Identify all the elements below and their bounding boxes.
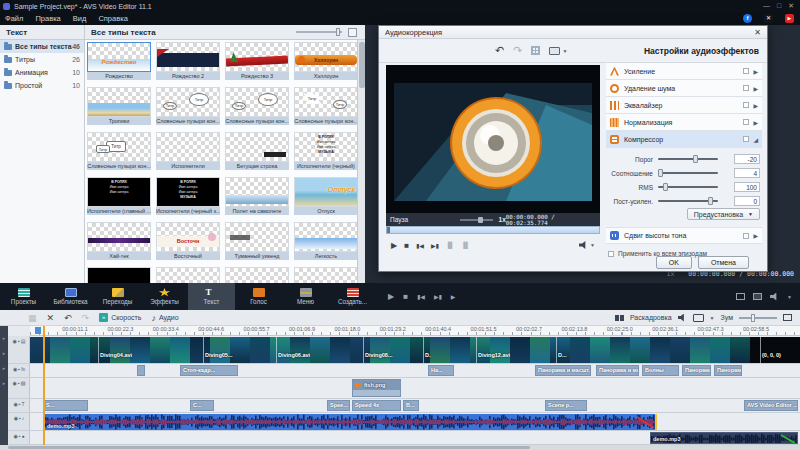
next-frame-button[interactable]: ▶▮ (431, 242, 439, 249)
template-cell[interactable]: Рождество 3 (225, 42, 289, 80)
tab-voice[interactable]: Голос (235, 283, 282, 310)
effect-clip[interactable]: Панорама ... (714, 365, 742, 376)
effects-track[interactable]: Стоп-кадр...На...Панорама и масшт...Пано… (30, 364, 800, 378)
playhead-marker[interactable] (35, 327, 41, 334)
template-cell[interactable]: ОтпускОтпуск (294, 177, 357, 215)
stop-button[interactable]: ■ (404, 241, 409, 250)
menu-item-Файл[interactable]: Файл (5, 14, 23, 23)
play-button[interactable]: ▶ (391, 241, 397, 250)
effect-checkbox[interactable] (743, 136, 749, 142)
thumbnail-size-slider[interactable] (296, 31, 342, 33)
text-clip[interactable]: S... (43, 400, 88, 411)
tab-projects[interactable]: Проекты (0, 283, 47, 310)
playhead-line[interactable] (43, 326, 45, 445)
effect-clip[interactable] (137, 365, 145, 376)
param-slider[interactable] (658, 200, 718, 202)
video-clip-label[interactable]: D... (558, 352, 567, 358)
sidebar-item[interactable]: Анимация10 (0, 66, 84, 79)
cancel-button[interactable]: Отмена (698, 256, 749, 269)
lock-icon[interactable]: ▪ (18, 338, 20, 344)
split-left-button[interactable]: ▐▌ (446, 242, 455, 248)
video-track[interactable]: Diving04.aviDiving05...Diving06.aviDivin… (30, 336, 800, 364)
video-clip-label[interactable]: (0, 0, 0) (762, 352, 781, 358)
tab-effects[interactable]: Эффекты (141, 283, 188, 310)
redo-icon[interactable]: ↷ (513, 44, 522, 57)
template-cell[interactable] (156, 267, 220, 283)
effect-expand-icon[interactable]: ◢ (753, 136, 758, 143)
template-cell[interactable]: В РОЛЯХИмя актераИмя актераМУЗЫКАИсполни… (294, 132, 357, 170)
grid-view-icon[interactable] (531, 46, 540, 55)
voice-clip-demo[interactable]: demo.mp3 (650, 432, 798, 444)
pitch-shift-row[interactable]: Сдвиг высоты тона ▶ (606, 227, 762, 244)
param-value[interactable]: 100 (734, 182, 760, 192)
effect-row-gain[interactable]: Усиление▶ (606, 63, 762, 80)
video-clip-label[interactable]: Diving12.avi (478, 352, 510, 358)
audio-clip-demo[interactable]: demo.mp3 (43, 414, 657, 430)
visibility-icon[interactable]: ◉ (13, 401, 17, 407)
video-clip-label[interactable]: Diving08... (365, 352, 393, 358)
timeline-monitor-dropdown[interactable]: ▼ (710, 315, 715, 321)
text-clip[interactable]: AVS Video Editor ... (744, 400, 798, 411)
gallery-view-button[interactable] (348, 28, 357, 37)
template-cell[interactable]: Тропики (87, 87, 151, 125)
tab-transitions[interactable]: Переходы (94, 283, 141, 310)
seek-bar[interactable] (386, 226, 600, 234)
effect-clip[interactable]: Панорама ... (682, 365, 711, 376)
menu-item-Вид[interactable]: Вид (73, 14, 87, 23)
template-cell[interactable]: В РОЛЯХИмя актераИмя актераИсполнители (… (87, 177, 151, 215)
template-cell[interactable]: Легкость (294, 222, 357, 260)
timeline-volume-icon[interactable] (678, 314, 687, 322)
template-cell[interactable]: Исполнители (156, 132, 220, 170)
visibility-icon[interactable]: ◉ (13, 366, 17, 372)
lock-icon[interactable]: ▪ (19, 433, 21, 439)
sidebar-item[interactable]: Простой10 (0, 79, 84, 92)
text-clip[interactable]: Scene p... (545, 400, 587, 411)
template-cell[interactable]: ТитрТитрСловесные пузыри кон... (87, 132, 151, 170)
main-prev-button[interactable]: ▮◀ (417, 293, 425, 300)
main-volume-dropdown[interactable]: ▼ (787, 294, 792, 300)
volume-icon[interactable] (579, 241, 588, 249)
speed-button[interactable]: » Скорость (99, 313, 141, 322)
main-stop-button[interactable]: ■ (403, 292, 408, 301)
dialog-close-icon[interactable]: ✕ (754, 28, 761, 37)
effect-clip[interactable]: На... (428, 365, 454, 376)
fullscreen-icon[interactable] (736, 293, 745, 300)
text-clip[interactable]: Speed 4x (352, 400, 401, 411)
tab-library[interactable]: Библиотека (47, 283, 94, 310)
main-next-button[interactable]: ▶▮ (434, 293, 442, 300)
lock-icon[interactable]: ▪ (19, 401, 21, 407)
split-right-button[interactable]: ▐▌ (461, 242, 470, 248)
effect-row-eq[interactable]: Эквалайзер▶ (606, 97, 762, 114)
visibility-icon[interactable]: ◉ (13, 433, 17, 439)
effect-expand-icon[interactable]: ▶ (753, 119, 758, 126)
text-track[interactable]: S...C...Spee...Speed 4xВ...Scene p...AVS… (30, 399, 800, 413)
apply-all-checkbox[interactable] (608, 251, 614, 257)
video-clip-label[interactable]: Diving04.avi (100, 352, 132, 358)
delete-icon[interactable]: ✕ (47, 313, 55, 323)
zoom-slider[interactable] (739, 317, 777, 319)
sidebar-item[interactable]: Титры26 (0, 53, 84, 66)
effect-clip[interactable]: Стоп-кадр... (180, 365, 238, 376)
video-clip-label[interactable]: Diving06.avi (278, 352, 310, 358)
pitch-expand-icon[interactable]: ▶ (753, 232, 758, 239)
split-icon[interactable]: ▦ (28, 313, 37, 323)
template-cell[interactable]: ТитрТитрСловесные пузыри кон... (225, 87, 289, 125)
voice-track[interactable]: demo.mp3 (30, 431, 800, 445)
param-value[interactable]: -20 (734, 154, 760, 164)
template-cell[interactable]: В РОЛЯХИмя актераИмя актераМУЗЫКАИсполни… (156, 177, 220, 215)
template-cell[interactable]: Бегущая строка (225, 132, 289, 170)
param-value[interactable]: 4 (734, 168, 760, 178)
lock-icon[interactable]: ▪ (19, 415, 21, 421)
template-cell[interactable] (87, 267, 151, 283)
tab-menu[interactable]: Меню (282, 283, 329, 310)
expand-timeline-icon[interactable] (783, 314, 792, 321)
youtube-icon[interactable]: ▶ (785, 14, 794, 23)
template-cell[interactable]: Полет на самолете (225, 177, 289, 215)
playback-speed-slider[interactable] (460, 219, 493, 221)
timeline-undo-icon[interactable]: ↶ (64, 313, 72, 323)
storyboard-toggle[interactable]: Раскадровка (630, 314, 672, 321)
lock-icon[interactable]: ▪ (18, 366, 20, 372)
main-volume-icon[interactable] (770, 293, 779, 301)
sidebar-item[interactable]: Все типы текста46 (0, 40, 84, 53)
effect-expand-icon[interactable]: ▶ (753, 102, 758, 109)
